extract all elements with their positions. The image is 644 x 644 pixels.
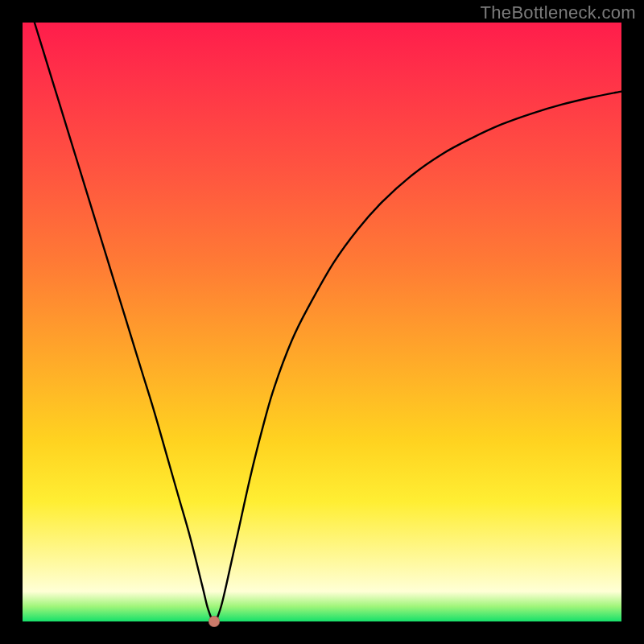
plot-area	[23, 23, 621, 621]
chart-stage: TheBottleneck.com	[0, 0, 644, 644]
optimal-point-marker	[208, 616, 220, 627]
bottleneck-curve	[23, 23, 621, 621]
watermark-text: TheBottleneck.com	[481, 2, 636, 23]
